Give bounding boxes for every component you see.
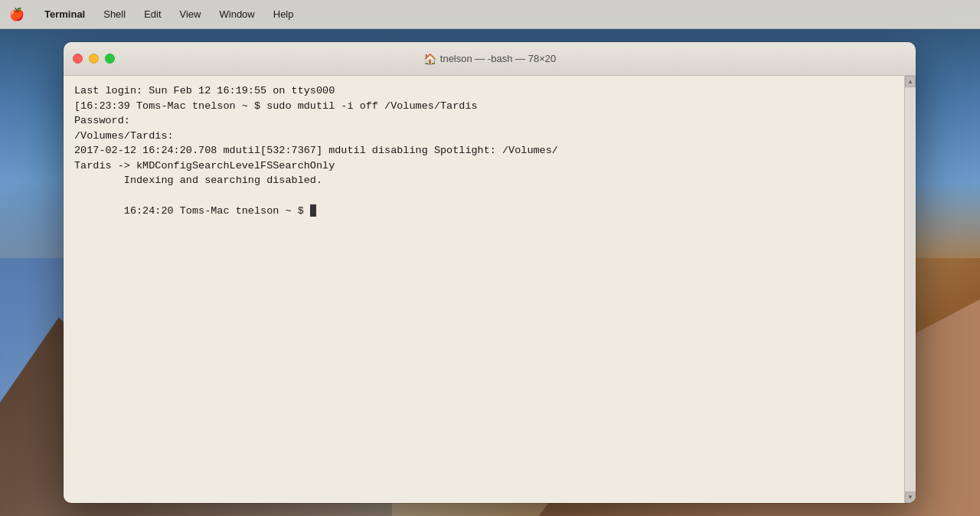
menubar-terminal[interactable]: Terminal — [37, 6, 93, 22]
apple-menu-icon[interactable]: 🍎 — [9, 7, 24, 21]
terminal-content[interactable]: Last login: Sun Feb 12 16:19:55 on ttys0… — [64, 76, 916, 503]
menubar-items: Terminal Shell Edit View Window Help — [37, 6, 302, 22]
terminal-line: /Volumes/Tardis: — [74, 129, 900, 144]
terminal-title-text: tnelson — -bash — 78×20 — [440, 53, 556, 64]
scrollbar-track[interactable] — [905, 87, 916, 492]
terminal-window: 🏠 tnelson — -bash — 78×20 ▲ ▼ Last login… — [64, 42, 916, 503]
home-icon: 🏠 — [423, 53, 436, 65]
terminal-line: Indexing and searching disabled. — [74, 173, 900, 188]
terminal-line: Password: — [74, 113, 900, 129]
maximize-button[interactable] — [105, 54, 115, 64]
scrollbar-up[interactable]: ▲ — [905, 76, 916, 87]
desktop: 🍎 Terminal Shell Edit View Window Help 🏠… — [0, 0, 980, 516]
close-button[interactable] — [73, 54, 83, 64]
menubar: 🍎 Terminal Shell Edit View Window Help — [0, 0, 980, 29]
window-controls — [73, 54, 115, 64]
terminal-prompt: 16:24:20 Toms-Mac tnelson ~ $ — [124, 205, 310, 217]
terminal-line: [16:23:39 Toms-Mac tnelson ~ $ sudo mdut… — [74, 99, 900, 114]
minimize-button[interactable] — [89, 54, 99, 64]
scrollbar-down[interactable]: ▼ — [905, 492, 916, 503]
terminal-line: Last login: Sun Feb 12 16:19:55 on ttys0… — [74, 83, 900, 99]
terminal-cursor — [310, 204, 316, 217]
terminal-titlebar: 🏠 tnelson — -bash — 78×20 — [64, 42, 916, 76]
menubar-window[interactable]: Window — [212, 6, 263, 22]
menubar-view[interactable]: View — [172, 6, 209, 22]
terminal-prompt-line[interactable]: 16:24:20 Toms-Mac tnelson ~ $ — [74, 188, 900, 234]
terminal-line: 2017-02-12 16:24:20.708 mdutil[532:7367]… — [74, 143, 900, 158]
terminal-line: Tardis -> kMDConfigSearchLevelFSSearchOn… — [74, 158, 900, 174]
menubar-shell[interactable]: Shell — [96, 6, 133, 22]
scrollbar[interactable]: ▲ ▼ — [904, 76, 916, 503]
menubar-help[interactable]: Help — [266, 6, 302, 22]
menubar-edit[interactable]: Edit — [136, 6, 168, 22]
terminal-title: 🏠 tnelson — -bash — 78×20 — [423, 53, 556, 65]
